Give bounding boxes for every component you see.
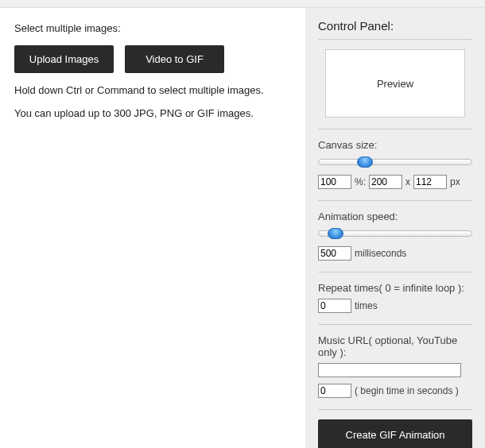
animation-speed-input[interactable] <box>318 246 351 261</box>
video-to-gif-button[interactable]: Video to GIF <box>125 45 224 73</box>
control-panel-title: Control Panel: <box>318 19 472 33</box>
music-begin-input[interactable] <box>318 384 351 398</box>
canvas-size-section: Canvas size: %: x px <box>318 129 472 200</box>
canvas-size-inputs: %: x px <box>318 175 472 189</box>
repeat-label: Repeat times( 0 = infinite loop ): <box>318 282 472 294</box>
repeat-section: Repeat times( 0 = infinite loop ): times <box>318 272 472 324</box>
create-section: Create GIF Animation <box>318 409 472 448</box>
canvas-height-input[interactable] <box>413 175 447 189</box>
slider-thumb[interactable] <box>328 228 343 239</box>
animation-speed-slider[interactable] <box>318 227 472 240</box>
upload-limit-text: You can upload up to 300 JPG, PNG or GIF… <box>14 107 291 119</box>
begin-time-unit: ( begin time in seconds ) <box>355 385 459 396</box>
preview-box: Preview <box>325 49 465 118</box>
canvas-width-input[interactable] <box>369 175 402 189</box>
upload-images-button[interactable]: Upload Images <box>14 45 114 73</box>
music-label: Music URL( optional, YouTube only ): <box>318 334 472 358</box>
px-unit: px <box>450 176 460 187</box>
upload-button-row: Upload Images Video to GIF <box>14 45 291 73</box>
animation-speed-label: Animation speed: <box>318 210 472 222</box>
canvas-size-slider[interactable] <box>318 156 472 168</box>
percent-unit: %: <box>355 176 366 187</box>
top-bar <box>0 0 485 8</box>
slider-thumb[interactable] <box>357 156 373 168</box>
canvas-size-label: Canvas size: <box>318 139 472 151</box>
animation-speed-section: Animation speed: milliseconds <box>318 200 472 272</box>
preview-section: Preview <box>318 39 472 129</box>
times-unit: times <box>355 300 378 311</box>
main-wrap: Select multiple images: Upload Images Vi… <box>0 8 485 448</box>
left-panel: Select multiple images: Upload Images Vi… <box>0 8 305 448</box>
select-images-label: Select multiple images: <box>14 22 291 34</box>
music-section: Music URL( optional, YouTube only ): ( b… <box>318 324 472 409</box>
dimension-x: x <box>405 176 410 187</box>
control-panel: Control Panel: Preview Canvas size: %: x… <box>305 8 485 448</box>
music-url-input[interactable] <box>318 363 461 377</box>
milliseconds-unit: milliseconds <box>355 248 406 259</box>
canvas-percent-input[interactable] <box>318 175 351 189</box>
music-begin-inputs: ( begin time in seconds ) <box>318 384 472 398</box>
ctrl-hint-text: Hold down Ctrl or Command to select mult… <box>14 84 291 96</box>
repeat-times-input[interactable] <box>318 299 351 313</box>
slider-track <box>318 159 472 165</box>
repeat-inputs: times <box>318 299 472 313</box>
create-gif-button[interactable]: Create GIF Animation <box>318 419 472 448</box>
preview-text: Preview <box>377 78 413 90</box>
animation-speed-inputs: milliseconds <box>318 246 472 261</box>
